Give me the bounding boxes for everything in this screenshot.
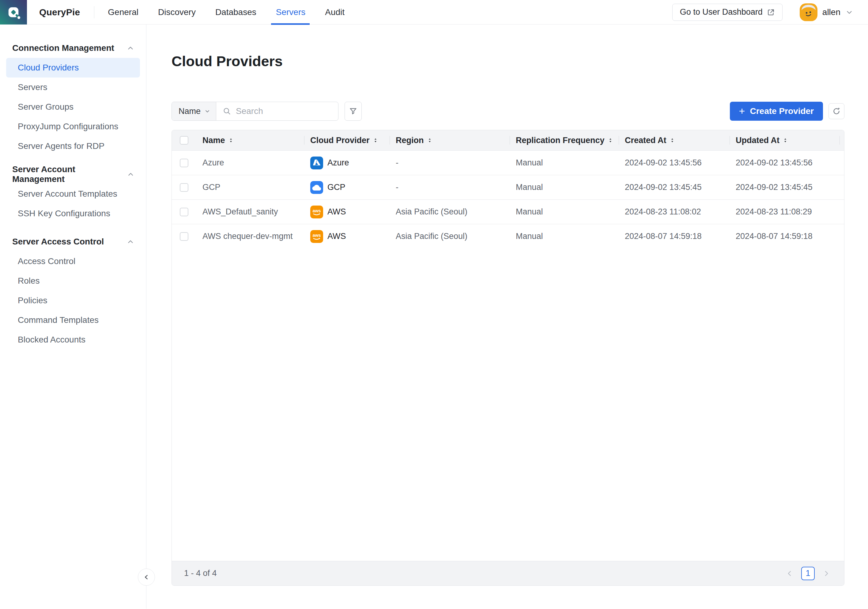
chevron-up-icon [127, 44, 135, 52]
search-input[interactable] [235, 106, 327, 116]
aws-icon: aws [310, 206, 323, 218]
search-group: Name [172, 102, 338, 121]
table-empty-area [172, 248, 844, 561]
section-title: Server Access Control [12, 237, 104, 246]
querypie-logo[interactable] [0, 0, 27, 25]
section-connection-management: Connection Management Cloud Providers Se… [0, 38, 146, 156]
column-header-name[interactable]: Name [196, 130, 304, 150]
filter-button[interactable] [344, 102, 362, 121]
cell-created-at: 2024-09-02 13:45:45 [619, 183, 730, 192]
cell-cloud-provider: aws AWS [304, 206, 390, 218]
section-title: Connection Management [12, 43, 114, 53]
column-header-updated-at[interactable]: Updated At [730, 130, 844, 150]
create-provider-button[interactable]: + Create Provider [730, 102, 823, 121]
cell-name: AWS chequer-dev-mgmt [196, 232, 304, 241]
row-checkbox[interactable] [180, 183, 188, 192]
sort-icon [228, 138, 234, 143]
cell-region: Asia Pacific (Seoul) [390, 232, 510, 241]
section-title: Server Account Management [12, 164, 127, 184]
column-label: Created At [625, 136, 666, 145]
next-page-button[interactable] [821, 568, 832, 579]
cell-cloud-provider: Azure [304, 157, 390, 169]
row-checkbox[interactable] [180, 208, 188, 216]
column-header-created-at[interactable]: Created At [619, 130, 730, 150]
cell-updated-at: 2024-09-02 13:45:56 [730, 158, 844, 167]
svg-text:aws: aws [313, 232, 321, 237]
sidebar-item-cloud-providers[interactable]: Cloud Providers [6, 58, 140, 77]
refresh-icon [832, 107, 841, 116]
sidebar-item-roles[interactable]: Roles [0, 271, 146, 291]
section-header-server-access-control[interactable]: Server Access Control [0, 232, 146, 251]
cell-region: - [390, 183, 510, 192]
tab-databases[interactable]: Databases [215, 0, 256, 25]
column-label: Replication Frequency [516, 136, 604, 145]
row-checkbox[interactable] [180, 232, 188, 241]
main-content: Cloud Providers Name [146, 25, 868, 609]
provider-label: GCP [327, 183, 346, 192]
select-all-checkbox[interactable] [180, 136, 188, 144]
column-label: Cloud Provider [310, 136, 370, 145]
section-header-server-account-management[interactable]: Server Account Management [0, 164, 146, 184]
sidebar-item-proxyjump-configurations[interactable]: ProxyJump Configurations [0, 117, 146, 136]
chevron-down-icon [845, 8, 853, 16]
column-header-replication-frequency[interactable]: Replication Frequency [510, 130, 619, 150]
table-row[interactable]: GCP GCP - Manual 2024-09-02 13:45:45 202… [172, 175, 844, 200]
pagination: 1 [784, 567, 832, 580]
section-server-access-control: Server Access Control Access Control Rol… [0, 232, 146, 350]
table-row[interactable]: Azure Azure - Manual 2024-09-02 13:45:56 [172, 150, 844, 175]
provider-label: Azure [327, 158, 349, 167]
sort-icon [373, 138, 378, 143]
chevron-up-icon [127, 170, 135, 178]
cell-replication-frequency: Manual [510, 232, 619, 241]
nav-right: Go to User Dashboard allen [672, 3, 868, 21]
dashboard-button-label: Go to User Dashboard [680, 7, 763, 17]
chevron-up-icon [127, 238, 135, 246]
providers-table: Name Cloud Provider Region [172, 130, 845, 586]
avatar [800, 3, 817, 21]
chevron-left-icon [785, 569, 794, 578]
sort-icon [783, 138, 788, 143]
search-field-select[interactable]: Name [172, 102, 216, 120]
go-to-user-dashboard-button[interactable]: Go to User Dashboard [672, 4, 783, 21]
previous-page-button[interactable] [784, 568, 795, 579]
provider-label: AWS [327, 207, 346, 217]
sidebar-item-command-templates[interactable]: Command Templates [0, 310, 146, 330]
plus-icon: + [739, 106, 745, 116]
sidebar-item-ssh-key-configurations[interactable]: SSH Key Configurations [0, 204, 146, 223]
svg-text:aws: aws [313, 208, 321, 213]
user-menu[interactable]: allen [800, 3, 853, 21]
cell-updated-at: 2024-08-07 14:59:18 [730, 232, 844, 241]
user-name: allen [822, 7, 840, 17]
table-row[interactable]: AWS_Defautl_sanity aws AWS Asia Pacific … [172, 200, 844, 224]
sidebar-item-server-account-templates[interactable]: Server Account Templates [0, 184, 146, 204]
refresh-button[interactable] [828, 103, 845, 119]
cell-created-at: 2024-08-07 14:59:18 [619, 232, 730, 241]
sidebar-item-server-agents-for-rdp[interactable]: Server Agents for RDP [0, 136, 146, 156]
table-footer: 1 - 4 of 4 1 [172, 561, 844, 586]
pagination-range: 1 - 4 of 4 [184, 569, 217, 578]
column-header-region[interactable]: Region [390, 130, 510, 150]
sidebar-item-policies[interactable]: Policies [0, 291, 146, 310]
sidebar-item-server-groups[interactable]: Server Groups [0, 97, 146, 117]
tab-servers[interactable]: Servers [276, 0, 305, 25]
cell-name: GCP [196, 183, 304, 192]
table-row[interactable]: AWS chequer-dev-mgmt aws AWS Asia Pacifi… [172, 224, 844, 248]
chevron-left-icon [143, 573, 150, 581]
search-box [216, 102, 338, 120]
column-header-cloud-provider[interactable]: Cloud Provider [304, 130, 390, 150]
section-header-connection-management[interactable]: Connection Management [0, 38, 146, 58]
row-checkbox[interactable] [180, 159, 188, 167]
sidebar-item-access-control[interactable]: Access Control [0, 251, 146, 271]
column-label: Name [203, 136, 225, 145]
filter-funnel-icon [349, 107, 358, 116]
table-header-row: Name Cloud Provider Region [172, 130, 844, 150]
querypie-logo-icon [6, 4, 22, 20]
tab-discovery[interactable]: Discovery [158, 0, 196, 25]
sidebar-collapse-button[interactable] [138, 569, 155, 586]
page-number-button[interactable]: 1 [801, 567, 815, 580]
sidebar-item-blocked-accounts[interactable]: Blocked Accounts [0, 330, 146, 350]
tab-general[interactable]: General [108, 0, 138, 25]
chevron-right-icon [822, 569, 831, 578]
sidebar-item-servers[interactable]: Servers [0, 77, 146, 97]
tab-audit[interactable]: Audit [325, 0, 344, 25]
